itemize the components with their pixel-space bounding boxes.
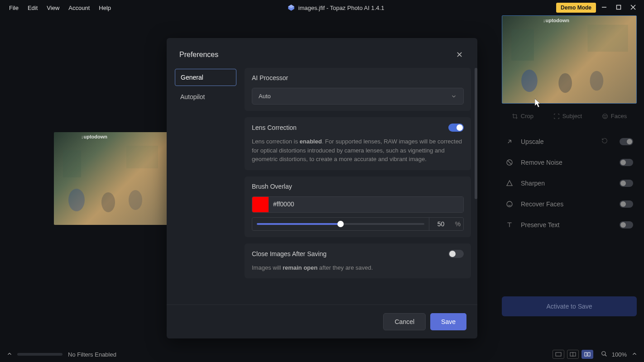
filter-upscale[interactable]: Upscale (505, 138, 633, 145)
tab-autopilot[interactable]: Autopilot (175, 89, 236, 105)
window-title-area: images.jfif - Topaz Photo AI 1.4.1 (115, 4, 556, 11)
ai-processor-select[interactable]: Auto (252, 88, 464, 105)
recover-faces-label: Recover Faces (521, 200, 612, 208)
svg-point-18 (604, 115, 604, 116)
menu-account[interactable]: Account (64, 2, 94, 14)
remove-noise-toggle[interactable] (620, 159, 633, 166)
remove-noise-icon (505, 159, 514, 166)
svg-point-14 (590, 71, 604, 91)
filter-remove-noise[interactable]: Remove Noise (505, 159, 633, 166)
ai-processor-value: Auto (259, 93, 271, 100)
save-button[interactable]: Save (430, 313, 466, 330)
minimize-button[interactable] (601, 4, 607, 12)
dialog-scrollbar[interactable] (475, 68, 477, 199)
preserve-text-icon (505, 221, 514, 229)
sharpen-icon (505, 180, 514, 187)
svg-rect-3 (617, 5, 621, 10)
chevron-down-icon (451, 93, 457, 100)
svg-point-17 (602, 114, 607, 119)
tab-general[interactable]: General (175, 69, 236, 86)
crop-tool[interactable]: Crop (512, 113, 533, 119)
zoom-chevron[interactable] (631, 351, 638, 358)
svg-rect-16 (588, 25, 628, 52)
undo-icon[interactable] (601, 138, 608, 145)
faces-icon (602, 113, 608, 119)
svg-line-29 (605, 354, 607, 356)
upscale-icon (505, 138, 514, 145)
remove-noise-label: Remove Noise (521, 159, 612, 166)
svg-point-13 (558, 73, 572, 93)
close-save-title: Close Images After Saving (252, 250, 327, 257)
svg-point-28 (602, 351, 606, 355)
menu-help[interactable]: Help (94, 2, 115, 14)
close-save-toggle[interactable] (448, 250, 464, 258)
svg-rect-15 (511, 29, 533, 61)
lens-description: Lens correction is enabled. For supporte… (252, 137, 464, 164)
ai-processor-title: AI Processor (252, 74, 464, 81)
slider-thumb[interactable] (337, 221, 344, 227)
faces-tool[interactable]: Faces (602, 113, 627, 119)
expand-chevron[interactable] (6, 351, 13, 358)
lens-title: Lens Correction (252, 124, 297, 131)
svg-point-19 (606, 115, 606, 116)
brush-value[interactable]: 50 (429, 218, 452, 230)
subject-label: Subject (562, 113, 582, 119)
recover-faces-toggle[interactable] (620, 200, 633, 208)
preserve-text-label: Preserve Text (521, 221, 612, 229)
dialog-sidebar: General Autopilot (167, 68, 245, 305)
filter-sharpen[interactable]: Sharpen (505, 180, 633, 187)
lens-toggle[interactable] (448, 124, 464, 132)
svg-point-22 (507, 201, 512, 207)
sharpen-toggle[interactable] (620, 180, 633, 187)
upscale-label: Upscale (521, 138, 594, 145)
close-save-description: Images will remain open after they are s… (252, 263, 464, 272)
svg-rect-26 (585, 352, 587, 356)
filter-range[interactable] (17, 353, 62, 356)
preserve-text-toggle[interactable] (620, 221, 633, 229)
filter-status: No Filters Enabled (68, 351, 116, 358)
view-single[interactable] (553, 350, 564, 359)
svg-point-7 (68, 189, 85, 211)
filter-recover-faces[interactable]: Recover Faces (505, 200, 633, 208)
filter-list: Upscale Remove Noise Sharpen Recover Fac… (502, 138, 637, 229)
dialog-title: Preferences (179, 51, 218, 59)
tool-row: Crop Subject Faces (502, 113, 637, 119)
close-window-button[interactable] (630, 4, 636, 12)
zoom-level[interactable]: 100% (612, 351, 627, 358)
cancel-button[interactable]: Cancel (383, 313, 426, 330)
upscale-toggle[interactable] (620, 138, 633, 145)
activate-to-save-button[interactable]: Activate to Save (502, 296, 637, 316)
main-area: ↓uptodown ↓uptodown Crop (0, 15, 644, 347)
brush-color-swatch[interactable] (252, 197, 269, 212)
crop-icon (512, 113, 518, 119)
image-thumbnail-right[interactable]: ↓uptodown (502, 15, 637, 104)
filter-preserve-text[interactable]: Preserve Text (505, 221, 633, 229)
menu-view[interactable]: View (42, 2, 64, 14)
maximize-button[interactable] (616, 4, 621, 12)
card-brush-overlay: Brush Overlay #ff0000 50 % (245, 176, 471, 237)
brush-color-input[interactable]: #ff0000 (269, 197, 463, 212)
svg-rect-23 (556, 352, 561, 356)
zoom-search-icon[interactable] (601, 351, 607, 358)
svg-rect-27 (588, 352, 590, 356)
svg-rect-10 (63, 150, 81, 177)
subject-tool[interactable]: Subject (553, 113, 582, 119)
window-title: images.jfif - Topaz Photo AI 1.4.1 (298, 5, 384, 11)
menu-file[interactable]: File (5, 2, 23, 14)
brush-slider-row: 50 % (252, 217, 464, 231)
faces-label: Faces (611, 113, 627, 119)
preferences-dialog: Preferences ✕ General Autopilot AI Proce… (167, 38, 477, 338)
crop-label: Crop (521, 113, 533, 119)
svg-point-8 (101, 192, 115, 212)
card-close-after-save: Close Images After Saving Images will re… (245, 243, 471, 279)
view-side-by-side[interactable] (582, 350, 593, 359)
brush-slider[interactable] (252, 218, 429, 230)
right-sidebar: ↓uptodown Crop Subject Faces (502, 15, 637, 316)
view-split[interactable] (567, 350, 579, 359)
menu-edit[interactable]: Edit (23, 2, 42, 14)
image-thumbnail-left[interactable]: ↓uptodown (54, 132, 168, 225)
svg-line-21 (508, 161, 511, 164)
close-dialog-button[interactable]: ✕ (454, 50, 465, 60)
demo-mode-badge[interactable]: Demo Mode (556, 3, 596, 13)
recover-faces-icon (505, 200, 514, 208)
